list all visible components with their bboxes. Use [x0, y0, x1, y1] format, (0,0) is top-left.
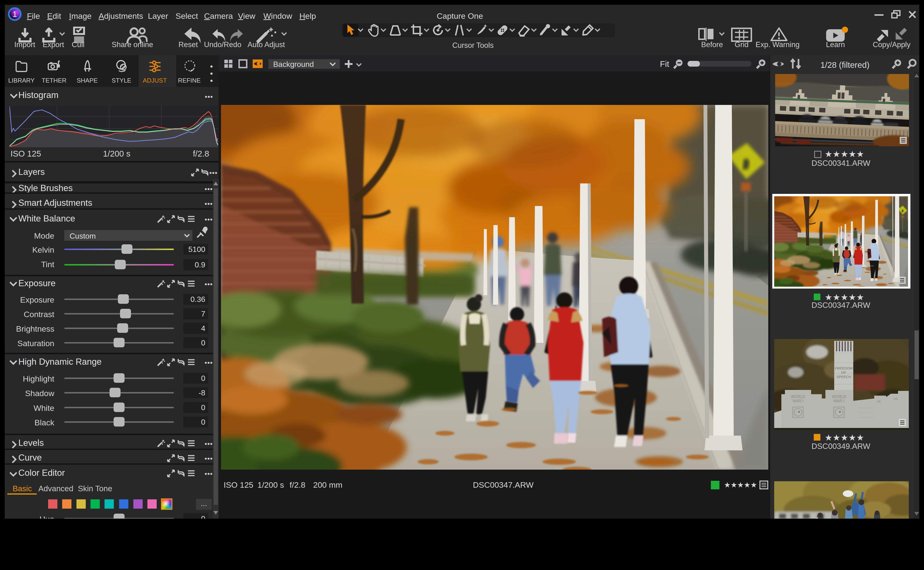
svg-text:1: 1: [12, 9, 17, 18]
svg-text:KO: KO: [893, 397, 898, 401]
svg-text:FREEDOM: FREEDOM: [835, 366, 853, 370]
svg-text:WAR I: WAR I: [793, 399, 804, 403]
svg-text:OF: OF: [841, 371, 846, 374]
svg-text:WORLD: WORLD: [832, 395, 846, 399]
svg-text:WAR I: WAR I: [833, 399, 844, 403]
svg-text:WORLD: WORLD: [791, 395, 805, 399]
svg-text:PE: PE: [877, 400, 881, 403]
svg-text:SPEECH: SPEECH: [836, 375, 851, 379]
